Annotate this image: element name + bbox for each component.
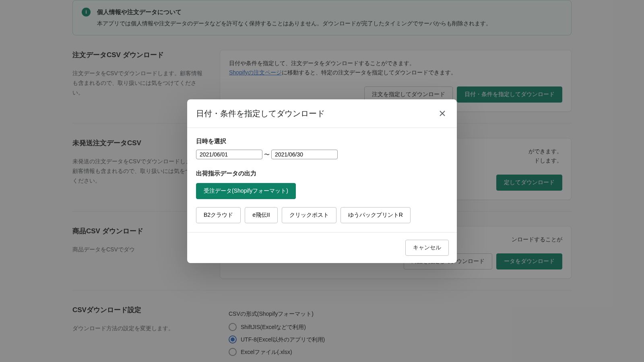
output-format-label: 出荷指示データの出力 <box>196 169 448 178</box>
date-to-input[interactable] <box>271 150 338 159</box>
format-option-button[interactable]: クリックポスト <box>282 207 336 223</box>
modal-footer: キャンセル <box>187 232 457 263</box>
modal-overlay[interactable]: 日付・条件を指定してダウンロード 日時を選択 〜 出荷指示データの出力 受注デー… <box>0 0 644 362</box>
download-modal: 日付・条件を指定してダウンロード 日時を選択 〜 出荷指示データの出力 受注デー… <box>187 99 457 263</box>
format-option-button[interactable]: ゆうパックプリントR <box>341 207 411 223</box>
modal-body: 日時を選択 〜 出荷指示データの出力 受注データ(Shopifyフォーマット)B… <box>187 128 457 232</box>
close-icon <box>438 109 446 117</box>
date-row: 〜 <box>196 150 448 159</box>
modal-header: 日付・条件を指定してダウンロード <box>187 99 457 128</box>
modal-cancel-button[interactable]: キャンセル <box>405 240 449 256</box>
format-option-button[interactable]: e飛伝II <box>245 207 278 223</box>
date-from-input[interactable] <box>196 150 262 159</box>
modal-title: 日付・条件を指定してダウンロード <box>196 107 325 119</box>
format-option-button[interactable]: 受注データ(Shopifyフォーマット) <box>196 183 296 199</box>
date-tilde: 〜 <box>264 150 270 159</box>
modal-close-button[interactable] <box>437 108 448 119</box>
format-buttons-row: 受注データ(Shopifyフォーマット)B2クラウドe飛伝IIクリックポストゆう… <box>196 183 448 223</box>
date-label: 日時を選択 <box>196 137 448 146</box>
format-option-button[interactable]: B2クラウド <box>196 207 241 223</box>
